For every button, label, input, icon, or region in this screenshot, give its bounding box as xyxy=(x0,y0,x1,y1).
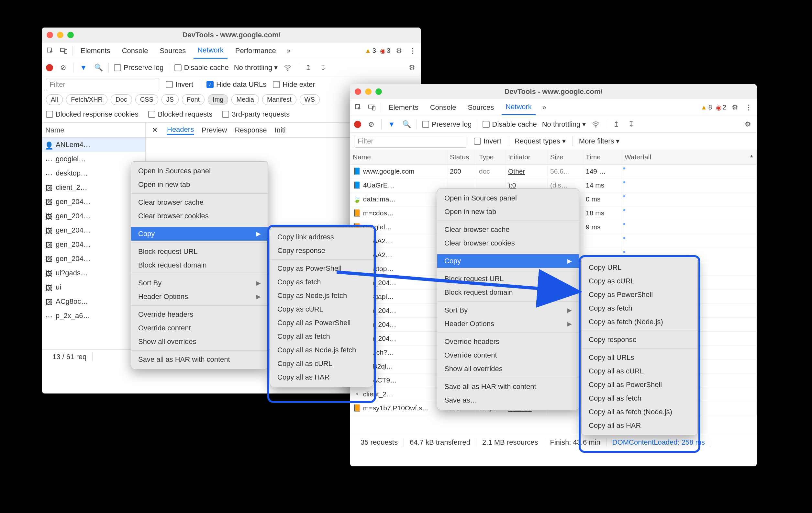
upload-icon[interactable]: ↥ xyxy=(611,119,621,129)
close-icon[interactable] xyxy=(355,88,361,95)
tab-elements[interactable]: Elements xyxy=(385,100,422,115)
clear-icon[interactable]: ⊘ xyxy=(58,63,68,73)
gear-icon[interactable]: ⚙ xyxy=(394,46,404,56)
download-icon[interactable]: ↧ xyxy=(318,63,328,73)
request-row[interactable]: 🖼gen_204… xyxy=(42,195,145,209)
tab-performance[interactable]: Performance xyxy=(231,44,280,58)
hide-ext-checkbox[interactable]: Hide exter xyxy=(273,80,315,89)
wifi-icon[interactable] xyxy=(591,119,601,129)
invert-checkbox[interactable]: Invert xyxy=(474,137,501,145)
minimize-icon[interactable] xyxy=(365,88,372,95)
tab-sources[interactable]: Sources xyxy=(464,100,498,115)
menu-block-domain[interactable]: Block request domain xyxy=(437,286,579,299)
search-icon[interactable]: 🔍 xyxy=(93,63,103,73)
wifi-icon[interactable] xyxy=(283,63,293,73)
context-menu-left[interactable]: Open in Sources panel Open in new tab Cl… xyxy=(131,161,268,369)
subtab-headers[interactable]: Headers xyxy=(167,125,194,135)
chip-fetch-xhr[interactable]: Fetch/XHR xyxy=(66,94,108,105)
menu-override-content[interactable]: Override content xyxy=(131,321,268,335)
menu-open-sources[interactable]: Open in Sources panel xyxy=(437,191,579,205)
chip-all[interactable]: All xyxy=(46,94,63,105)
menu-block-domain[interactable]: Block request domain xyxy=(131,259,268,272)
request-row[interactable]: 🖼gen_204… xyxy=(42,237,145,252)
chip-font[interactable]: Font xyxy=(182,94,205,105)
throttling-dropdown[interactable]: No throttling▾ xyxy=(542,120,586,129)
request-row[interactable]: 🖼ACg8oc… xyxy=(42,294,145,308)
minimize-icon[interactable] xyxy=(57,32,63,38)
request-row[interactable]: ⋯p_2x_a6… xyxy=(42,308,145,323)
clear-icon[interactable]: ⊘ xyxy=(366,119,376,129)
menu-override-content[interactable]: Override content xyxy=(437,349,579,362)
preserve-log-checkbox[interactable]: Preserve log xyxy=(114,63,164,72)
invert-checkbox[interactable]: Invert xyxy=(166,80,193,89)
subtab-preview[interactable]: Preview xyxy=(202,126,227,134)
request-types-dropdown[interactable]: Request types ▾ xyxy=(515,137,566,145)
menu-override-headers[interactable]: Override headers xyxy=(131,308,268,321)
menu-save-har[interactable]: Save all as HAR with content xyxy=(131,353,268,366)
request-row[interactable]: ⋯googlel… xyxy=(42,152,145,166)
menu-save-har[interactable]: Save all as HAR with content xyxy=(437,380,579,394)
kebab-icon[interactable]: ⋮ xyxy=(408,46,417,56)
subtab-initiator[interactable]: Initi xyxy=(274,126,285,134)
cell-name[interactable]: 📙 m=cdos… xyxy=(350,206,447,220)
menu-show-overrides[interactable]: Show all overrides xyxy=(437,362,579,376)
search-icon[interactable]: 🔍 xyxy=(402,119,411,129)
menu-open-new-tab[interactable]: Open in new tab xyxy=(437,205,579,219)
chip-img[interactable]: Img xyxy=(208,94,228,105)
upload-icon[interactable]: ↥ xyxy=(303,63,313,73)
request-row[interactable]: 🖼client_2… xyxy=(42,180,145,195)
disable-cache-checkbox[interactable]: Disable cache xyxy=(483,120,537,129)
chip-js[interactable]: JS xyxy=(162,94,179,105)
record-icon[interactable] xyxy=(46,64,53,71)
third-party-checkbox[interactable]: 3rd-party requests xyxy=(222,110,290,118)
download-icon[interactable]: ↧ xyxy=(626,119,636,129)
chip-doc[interactable]: Doc xyxy=(111,94,132,105)
warnings-badge[interactable]: ▲8 xyxy=(701,104,712,111)
menu-sort-by[interactable]: Sort By▶ xyxy=(131,276,268,290)
chip-ws[interactable]: WS xyxy=(300,94,320,105)
tab-network[interactable]: Network xyxy=(502,100,535,115)
column-header[interactable]: Time xyxy=(583,150,622,164)
filter-input[interactable]: Filter xyxy=(354,135,467,148)
menu-override-headers[interactable]: Override headers xyxy=(437,335,579,349)
filter-icon[interactable]: ▼ xyxy=(387,119,397,129)
kebab-icon[interactable]: ⋮ xyxy=(744,103,753,112)
column-header[interactable]: Type xyxy=(476,150,505,164)
gear-icon[interactable]: ⚙ xyxy=(743,119,753,129)
menu-show-overrides[interactable]: Show all overrides xyxy=(131,335,268,349)
zoom-icon[interactable] xyxy=(67,32,74,38)
errors-badge[interactable]: ◉2 xyxy=(716,104,726,111)
menu-sort-by[interactable]: Sort By▶ xyxy=(437,303,579,317)
menu-header-options[interactable]: Header Options▶ xyxy=(437,317,579,331)
throttling-dropdown[interactable]: No throttling▾ xyxy=(234,63,278,72)
menu-clear-cache[interactable]: Clear browser cache xyxy=(437,223,579,237)
chip-media[interactable]: Media xyxy=(231,94,259,105)
gear-icon[interactable]: ⚙ xyxy=(407,63,417,73)
tab-network[interactable]: Network xyxy=(194,43,228,59)
zoom-icon[interactable] xyxy=(375,88,382,95)
menu-save-as[interactable]: Save as… xyxy=(437,394,579,407)
menu-open-sources[interactable]: Open in Sources panel xyxy=(131,164,268,178)
tab-console[interactable]: Console xyxy=(118,44,152,58)
request-row[interactable]: ⋯desktop… xyxy=(42,166,145,180)
inspect-icon[interactable] xyxy=(45,46,55,56)
menu-header-options[interactable]: Header Options▶ xyxy=(131,290,268,303)
device-icon[interactable] xyxy=(59,46,68,56)
hide-data-urls-checkbox[interactable]: ✓Hide data URLs xyxy=(206,80,266,89)
menu-copy[interactable]: Copy▶ xyxy=(131,227,268,241)
disable-cache-checkbox[interactable]: Disable cache xyxy=(174,63,229,72)
request-row[interactable]: 🖼gen_204… xyxy=(42,209,145,223)
more-tabs-icon[interactable]: » xyxy=(540,103,549,112)
menu-clear-cookies[interactable]: Clear browser cookies xyxy=(437,237,579,250)
cell-name[interactable]: 🍃 data:ima… xyxy=(350,192,447,206)
blocked-cookies-checkbox[interactable]: Blocked response cookies xyxy=(46,110,139,118)
column-header[interactable]: Name xyxy=(350,150,447,164)
menu-block-url[interactable]: Block request URL xyxy=(437,272,579,286)
column-header[interactable]: Initiator xyxy=(505,150,548,164)
request-row[interactable]: 🖼ui xyxy=(42,280,145,294)
filter-input[interactable]: Filter xyxy=(46,78,159,91)
gear-icon[interactable]: ⚙ xyxy=(730,103,740,112)
cell-name[interactable]: 📘 www.google.com xyxy=(350,164,447,179)
request-row[interactable]: 👤ANLem4… xyxy=(42,138,145,152)
filter-icon[interactable]: ▼ xyxy=(79,63,88,73)
